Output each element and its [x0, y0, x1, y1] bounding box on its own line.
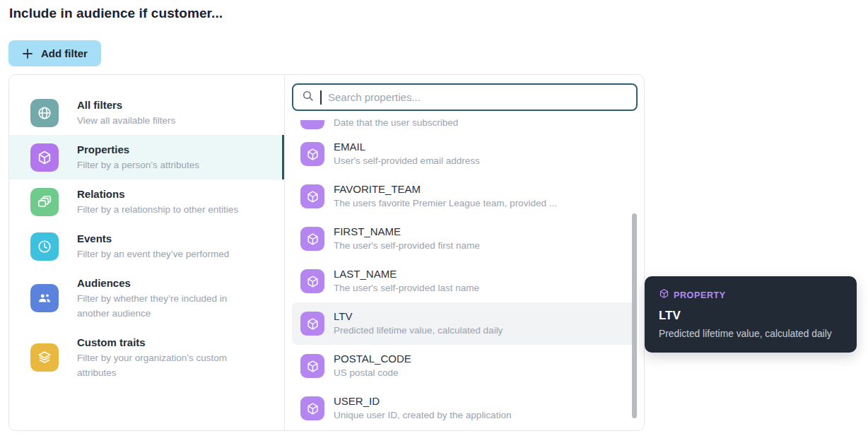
filter-picker-panel: All filters View all available filters P…	[8, 74, 645, 431]
sidebar-item-description: Filter by an event they’ve performed	[77, 247, 258, 261]
list-item-last-name[interactable]: LAST_NAME The user's self-provided last …	[292, 260, 637, 302]
property-name: LAST_NAME	[334, 267, 479, 281]
tooltip-badge-label: PROPERTY	[674, 290, 726, 300]
cards-icon	[30, 188, 59, 216]
sidebar-item-title: Custom traits	[77, 335, 258, 350]
property-description: US postal code	[334, 366, 411, 380]
properties-list: Date that the user subscribed EMAIL User…	[285, 112, 644, 430]
cube-icon	[30, 143, 59, 172]
cube-icon	[300, 184, 324, 208]
property-name: LTV	[334, 309, 503, 324]
sidebar-item-title: Relations	[77, 187, 258, 202]
sidebar-item-events[interactable]: Events Filter by an event they’ve perfor…	[9, 224, 284, 268]
sidebar-item-custom-traits[interactable]: Custom traits Filter by your organizatio…	[9, 328, 284, 387]
property-name: EMAIL	[334, 140, 480, 154]
property-description: Date that the user subscribed	[334, 116, 458, 130]
sidebar-item-title: All filters	[77, 98, 258, 113]
sidebar-item-description: Filter by a person’s attributes	[77, 158, 258, 172]
tooltip-description: Predicted lifetime value, calculated dai…	[659, 327, 843, 341]
sidebar-item-description: Filter by a relationship to other entiti…	[77, 202, 258, 217]
tooltip-badge: PROPERTY	[659, 288, 843, 302]
sidebar-item-properties[interactable]: Properties Filter by a person’s attribut…	[9, 135, 284, 179]
list-item-postal-code[interactable]: POSTAL_CODE US postal code	[292, 345, 637, 387]
property-description: User's self-provided email address	[334, 154, 480, 168]
property-description: Predicted lifetime value, calculated dai…	[334, 324, 503, 338]
sidebar-item-description: View all available filters	[77, 113, 258, 128]
cube-icon	[300, 312, 324, 336]
globe-icon	[30, 99, 59, 127]
cube-icon	[300, 269, 324, 293]
sidebar-item-relations[interactable]: Relations Filter by a relationship to ot…	[9, 179, 284, 224]
sidebar-item-title: Properties	[77, 142, 258, 158]
sidebar-item-title: Events	[77, 231, 258, 247]
people-icon	[30, 284, 59, 312]
list-item-ltv[interactable]: LTV Predicted lifetime value, calculated…	[292, 302, 637, 345]
page-title: Include in audience if customer...	[9, 6, 223, 21]
scrollbar-thumb[interactable]	[632, 213, 637, 418]
clock-icon	[30, 232, 59, 261]
list-item-favorite-team[interactable]: FAVORITE_TEAM The users favorite Premier…	[292, 175, 637, 218]
sidebar-item-all-filters[interactable]: All filters View all available filters	[9, 90, 284, 135]
cube-icon	[300, 227, 324, 251]
tooltip-title: LTV	[659, 309, 843, 323]
cube-icon	[300, 354, 324, 378]
cube-icon	[659, 288, 669, 302]
property-description: Unique user ID, created by the applicati…	[334, 408, 511, 423]
list-item-first-name[interactable]: FIRST_NAME The user's self-provided firs…	[292, 218, 637, 260]
filter-category-sidebar: All filters View all available filters P…	[9, 75, 285, 430]
search-box	[292, 83, 638, 111]
property-name: FIRST_NAME	[334, 225, 480, 239]
property-name: POSTAL_CODE	[334, 352, 411, 366]
cube-icon	[300, 396, 324, 420]
add-filter-button[interactable]: Add filter	[8, 40, 101, 66]
audience-filter-page: Include in audience if customer... Add f…	[0, 0, 868, 443]
add-filter-label: Add filter	[41, 47, 88, 59]
cube-icon	[300, 142, 324, 166]
list-item-partial[interactable]: Date that the user subscribed	[292, 112, 637, 133]
sidebar-item-title: Audiences	[77, 276, 258, 291]
property-name: FAVORITE_TEAM	[334, 182, 557, 196]
layers-icon	[30, 343, 59, 372]
sidebar-item-description: Filter by your organization’s custom att…	[77, 350, 258, 380]
property-description: The user's self-provided first name	[334, 239, 480, 253]
property-tooltip: PROPERTY LTV Predicted lifetime value, c…	[645, 276, 857, 353]
search-icon	[302, 90, 314, 105]
list-item-user-id[interactable]: USER_ID Unique user ID, created by the a…	[292, 387, 637, 430]
list-item-email[interactable]: EMAIL User's self-provided email address	[292, 133, 637, 175]
sidebar-item-audiences[interactable]: Audiences Filter by whether they’re incl…	[9, 268, 284, 328]
cube-icon	[300, 120, 324, 129]
property-description: The users favorite Premier League team, …	[334, 196, 557, 211]
properties-list-panel: Date that the user subscribed EMAIL User…	[285, 75, 644, 430]
sidebar-item-description: Filter by whether they’re included in an…	[77, 291, 258, 321]
property-description: The user's self-provided last name	[334, 281, 479, 295]
property-name: USER_ID	[334, 394, 511, 408]
text-caret	[320, 90, 322, 105]
plus-icon	[22, 48, 33, 59]
search-input[interactable]	[328, 91, 628, 103]
